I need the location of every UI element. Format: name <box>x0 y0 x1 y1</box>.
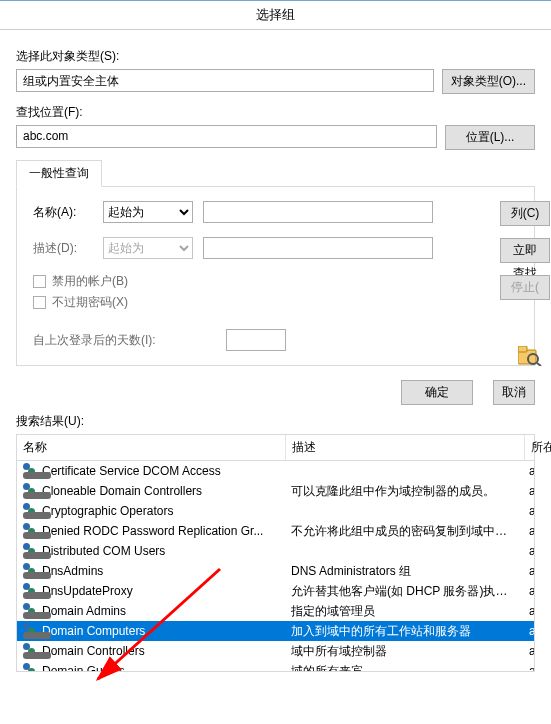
search-icon <box>518 346 542 366</box>
title-bar: 选择组 <box>0 1 551 30</box>
table-row[interactable]: Distributed COM Usersabc.c <box>17 541 534 561</box>
find-now-button[interactable]: 立即查找 <box>500 238 550 263</box>
row-name: Cloneable Domain Controllers <box>42 484 202 498</box>
table-row[interactable]: DnsAdminsDNS Administrators 组abc.c <box>17 561 534 581</box>
group-icon <box>23 543 39 559</box>
days-since-label: 自上次登录后的天数(I): <box>33 332 156 349</box>
row-desc: 域的所有来宾 <box>285 663 523 673</box>
table-row[interactable]: Cryptographic Operatorsabc.c <box>17 501 534 521</box>
window-title: 选择组 <box>256 6 295 24</box>
row-desc: 域中所有域控制器 <box>285 643 523 660</box>
table-row[interactable]: Domain Computers加入到域中的所有工作站和服务器abc.c <box>17 621 534 641</box>
group-icon <box>23 503 39 519</box>
table-row[interactable]: DnsUpdateProxy允许替其他客户端(如 DHCP 服务器)执行...a… <box>17 581 534 601</box>
col-loc-header[interactable]: 所在文 <box>525 435 551 460</box>
row-loc: abc.c <box>523 644 535 658</box>
name-input[interactable] <box>203 201 433 223</box>
group-icon <box>23 623 39 639</box>
row-name: Domain Computers <box>42 624 145 638</box>
noexpire-checkbox <box>33 296 46 309</box>
row-name: Cryptographic Operators <box>42 504 173 518</box>
row-loc: abc.c <box>523 624 535 638</box>
row-loc: abc.c <box>523 664 535 672</box>
row-desc: 允许替其他客户端(如 DHCP 服务器)执行... <box>285 583 523 600</box>
row-name: Distributed COM Users <box>42 544 165 558</box>
row-loc: abc.c <box>523 504 535 518</box>
name-label: 名称(A): <box>33 204 93 221</box>
row-name: DnsUpdateProxy <box>42 584 133 598</box>
disabled-accounts-label: 禁用的帐户(B) <box>52 273 128 290</box>
row-loc: abc.c <box>523 564 535 578</box>
group-icon <box>23 643 39 659</box>
stop-button: 停止( <box>500 275 550 300</box>
row-loc: abc.c <box>523 544 535 558</box>
col-name-header[interactable]: 名称 <box>17 435 286 460</box>
table-row[interactable]: Domain Guests域的所有来宾abc.c <box>17 661 534 672</box>
desc-label: 描述(D): <box>33 240 93 257</box>
row-name: Domain Admins <box>42 604 126 618</box>
group-icon <box>23 483 39 499</box>
table-row[interactable]: Denied RODC Password Replication Gr...不允… <box>17 521 534 541</box>
svg-rect-1 <box>518 346 527 352</box>
row-desc: DNS Administrators 组 <box>285 563 523 580</box>
row-loc: abc.c <box>523 584 535 598</box>
row-loc: abc.c <box>523 484 535 498</box>
row-desc: 指定的域管理员 <box>285 603 523 620</box>
row-loc: abc.c <box>523 524 535 538</box>
row-name: Domain Controllers <box>42 644 145 658</box>
row-loc: abc.c <box>523 464 535 478</box>
table-row[interactable]: Certificate Service DCOM Accessabc.c <box>17 461 534 481</box>
group-icon <box>23 523 39 539</box>
results-list[interactable]: Certificate Service DCOM Accessabc.cClon… <box>16 461 535 672</box>
location-label: 查找位置(F): <box>16 104 535 121</box>
object-types-button[interactable]: 对象类型(O)... <box>442 69 535 94</box>
ok-button[interactable]: 确定 <box>401 380 473 405</box>
row-name: Denied RODC Password Replication Gr... <box>42 524 263 538</box>
object-type-label: 选择此对象类型(S): <box>16 48 535 65</box>
name-op-select[interactable]: 起始为 <box>103 201 193 223</box>
tab-panel: 名称(A): 起始为 描述(D): 起始为 禁用的帐户(B) 不过期密码(X) <box>16 187 535 366</box>
locations-button[interactable]: 位置(L)... <box>445 125 535 150</box>
group-icon <box>23 603 39 619</box>
table-row[interactable]: Domain Controllers域中所有域控制器abc.c <box>17 641 534 661</box>
row-name: Domain Guests <box>42 664 125 672</box>
group-icon <box>23 663 39 672</box>
noexpire-label: 不过期密码(X) <box>52 294 128 311</box>
tab-strip: 一般性查询 <box>16 160 535 187</box>
desc-input <box>203 237 433 259</box>
group-icon <box>23 463 39 479</box>
location-field: abc.com <box>16 125 437 148</box>
row-name: Certificate Service DCOM Access <box>42 464 221 478</box>
group-icon <box>23 583 39 599</box>
object-type-field: 组或内置安全主体 <box>16 69 434 92</box>
row-loc: abc.c <box>523 604 535 618</box>
row-desc: 加入到域中的所有工作站和服务器 <box>285 623 523 640</box>
svg-line-3 <box>537 363 541 366</box>
days-since-input <box>226 329 286 351</box>
row-name: DnsAdmins <box>42 564 103 578</box>
columns-button[interactable]: 列(C) <box>500 201 550 226</box>
cancel-button[interactable]: 取消 <box>493 380 535 405</box>
desc-op-select: 起始为 <box>103 237 193 259</box>
row-desc: 可以克隆此组中作为域控制器的成员。 <box>285 483 523 500</box>
results-header: 名称 描述 所在文 <box>16 434 535 461</box>
row-desc: 不允许将此组中成员的密码复制到域中的所... <box>285 523 523 540</box>
table-row[interactable]: Cloneable Domain Controllers可以克隆此组中作为域控制… <box>17 481 534 501</box>
col-desc-header[interactable]: 描述 <box>286 435 525 460</box>
tab-general-query[interactable]: 一般性查询 <box>16 160 102 187</box>
results-label: 搜索结果(U): <box>0 413 551 434</box>
group-icon <box>23 563 39 579</box>
table-row[interactable]: Domain Admins指定的域管理员abc.c <box>17 601 534 621</box>
disabled-accounts-checkbox <box>33 275 46 288</box>
